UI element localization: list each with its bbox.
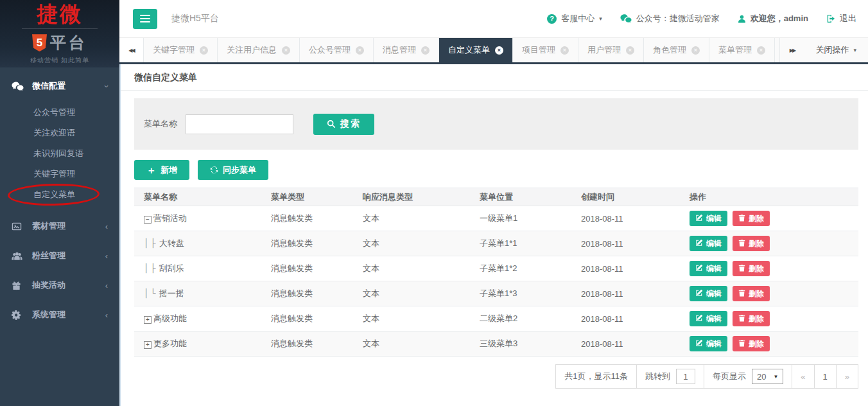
menu-toggle-button[interactable] bbox=[133, 9, 157, 29]
tab-用户管理[interactable]: 用户管理× bbox=[578, 38, 644, 62]
tab-关键字管理[interactable]: 关键字管理× bbox=[144, 38, 218, 62]
close-operations-menu[interactable]: 关闭操作 ▾ bbox=[804, 38, 868, 62]
tab-label: 公众号管理 bbox=[309, 44, 351, 56]
tab-label: 关键字管理 bbox=[153, 44, 195, 56]
delete-button[interactable]: 删除 bbox=[733, 311, 770, 326]
tab-角色管理[interactable]: 角色管理× bbox=[644, 38, 709, 62]
cell-actions: 编辑删除 bbox=[680, 336, 858, 351]
edit-button[interactable]: 编辑 bbox=[690, 311, 727, 326]
tree-collapse-icon[interactable]: − bbox=[144, 216, 152, 224]
delete-button[interactable]: 删除 bbox=[733, 286, 770, 301]
cell-response-type: 文本 bbox=[353, 263, 470, 274]
help-center-menu[interactable]: ? 客服中心 ▾ bbox=[547, 13, 602, 24]
jump-to-page-input[interactable] bbox=[676, 369, 695, 384]
menu-name-input[interactable] bbox=[186, 114, 293, 134]
brand-logo: 捷微 5 平台 移动营销 如此简单 bbox=[0, 0, 119, 67]
sign-out-icon bbox=[826, 14, 835, 23]
next-page-button[interactable]: » bbox=[836, 365, 858, 388]
scroll-tabs-left-button[interactable]: ◀◀ bbox=[119, 38, 144, 62]
sidebar-item-公众号管理[interactable]: 公众号管理 bbox=[0, 102, 119, 123]
tab-关注用户信息[interactable]: 关注用户信息× bbox=[218, 38, 300, 62]
menu-name-text: 摇一摇 bbox=[159, 288, 184, 298]
caret-down-icon: ▾ bbox=[599, 15, 602, 22]
trash-icon bbox=[738, 339, 745, 349]
content-area: 微信自定义菜单 菜单名称 搜索 ＋ 新增 同步菜单 菜单名称菜单类型响应消息类型… bbox=[119, 64, 868, 406]
tab-消息管理[interactable]: 消息管理× bbox=[374, 38, 439, 62]
close-tab-icon[interactable]: × bbox=[421, 46, 430, 55]
cell-actions: 编辑删除 bbox=[680, 311, 858, 326]
cell-menu-position: 子菜单1*1 bbox=[470, 238, 571, 249]
sync-menu-button[interactable]: 同步菜单 bbox=[198, 160, 268, 180]
delete-button[interactable]: 删除 bbox=[733, 336, 770, 351]
menu-name-label: 菜单名称 bbox=[144, 118, 177, 130]
tree-expand-icon[interactable]: + bbox=[144, 341, 152, 349]
close-tab-icon[interactable]: × bbox=[495, 46, 503, 55]
sidebar-submenu: 公众号管理关注欢迎语未识别回复语关键字管理自定义菜单 bbox=[0, 101, 119, 211]
sidebar-item-自定义菜单[interactable]: 自定义菜单 bbox=[0, 184, 119, 205]
close-tab-icon[interactable]: × bbox=[560, 46, 569, 55]
sidebar: 捷微 5 平台 移动营销 如此简单 微信配置›公众号管理关注欢迎语未识别回复语关… bbox=[0, 0, 119, 406]
question-icon: ? bbox=[547, 14, 557, 24]
cell-menu-type: 消息触发类 bbox=[261, 338, 353, 349]
edit-button[interactable]: 编辑 bbox=[690, 236, 727, 251]
brand-tagline: 移动营销 如此简单 bbox=[30, 56, 89, 65]
tab-项目管理[interactable]: 项目管理× bbox=[513, 38, 578, 62]
tab-label: 关注用户信息 bbox=[227, 44, 277, 56]
sidebar-section-4[interactable]: 系统管理‹ bbox=[0, 300, 119, 330]
sidebar-section-3[interactable]: 抽奖活动‹ bbox=[0, 270, 119, 300]
close-tab-icon[interactable]: × bbox=[282, 46, 290, 55]
help-center-label: 客服中心 bbox=[561, 13, 595, 24]
close-operations-label: 关闭操作 bbox=[815, 44, 849, 56]
close-tab-icon[interactable]: × bbox=[200, 46, 208, 55]
highlight-ellipse-annotation bbox=[8, 183, 100, 206]
plus-icon: ＋ bbox=[146, 165, 156, 175]
sidebar-item-未识别回复语[interactable]: 未识别回复语 bbox=[0, 143, 119, 164]
cell-actions: 编辑删除 bbox=[680, 211, 858, 226]
close-tab-icon[interactable]: × bbox=[757, 46, 765, 55]
add-button[interactable]: ＋ 新增 bbox=[134, 160, 189, 180]
search-button[interactable]: 搜索 bbox=[313, 114, 374, 135]
edit-button[interactable]: 编辑 bbox=[690, 286, 727, 301]
scroll-tabs-right-button[interactable]: ▶▶ bbox=[779, 38, 804, 62]
lottery-icon bbox=[12, 281, 27, 290]
brand-platform: 平台 bbox=[50, 32, 87, 53]
tab-自定义菜单[interactable]: 自定义菜单× bbox=[439, 38, 513, 62]
menu-name-text: 营销活动 bbox=[153, 213, 187, 223]
cell-menu-position: 子菜单1*2 bbox=[470, 263, 571, 274]
cell-created-time: 2018-08-11 bbox=[571, 289, 680, 299]
sidebar-section-1[interactable]: 素材管理‹ bbox=[0, 211, 119, 241]
search-icon bbox=[327, 119, 336, 128]
sidebar-item-关键字管理[interactable]: 关键字管理 bbox=[0, 164, 119, 184]
edit-button[interactable]: 编辑 bbox=[690, 261, 727, 276]
column-header-操作: 操作 bbox=[680, 191, 858, 203]
menu-name-text: 刮刮乐 bbox=[159, 263, 184, 273]
close-tab-icon[interactable]: × bbox=[691, 46, 700, 55]
edit-button[interactable]: 编辑 bbox=[690, 211, 727, 226]
delete-button[interactable]: 删除 bbox=[733, 261, 770, 276]
logout-button[interactable]: 退出 bbox=[826, 13, 856, 24]
close-tab-icon[interactable]: × bbox=[356, 46, 364, 55]
tab-公众号管理[interactable]: 公众号管理× bbox=[300, 38, 374, 62]
column-header-菜单名称: 菜单名称 bbox=[134, 191, 261, 203]
cell-actions: 编辑删除 bbox=[680, 236, 858, 251]
prev-page-button[interactable]: « bbox=[792, 365, 813, 388]
tab-label: 自定义菜单 bbox=[448, 44, 490, 56]
edit-icon bbox=[695, 214, 703, 224]
sidebar-section-0[interactable]: 微信配置› bbox=[0, 71, 119, 101]
current-page-button[interactable]: 1 bbox=[814, 365, 836, 388]
tab-label: 项目管理 bbox=[522, 44, 555, 56]
delete-button[interactable]: 删除 bbox=[733, 211, 770, 226]
edit-button[interactable]: 编辑 bbox=[690, 336, 727, 351]
tree-expand-icon[interactable]: + bbox=[144, 316, 152, 324]
page-title: 微信自定义菜单 bbox=[121, 64, 868, 91]
tab-label: 角色管理 bbox=[653, 44, 686, 56]
close-tab-icon[interactable]: × bbox=[626, 46, 634, 55]
tab-菜单管理[interactable]: 菜单管理× bbox=[709, 38, 775, 62]
cell-response-type: 文本 bbox=[353, 288, 470, 299]
tree-branch-icon: │├ bbox=[144, 263, 158, 273]
sidebar-item-关注欢迎语[interactable]: 关注欢迎语 bbox=[0, 123, 119, 143]
sidebar-section-2[interactable]: 粉丝管理‹ bbox=[0, 241, 119, 270]
delete-button[interactable]: 删除 bbox=[733, 236, 770, 251]
per-page-select[interactable]: 20 ▼ bbox=[752, 369, 783, 384]
sidebar-section-label: 系统管理 bbox=[32, 309, 65, 321]
